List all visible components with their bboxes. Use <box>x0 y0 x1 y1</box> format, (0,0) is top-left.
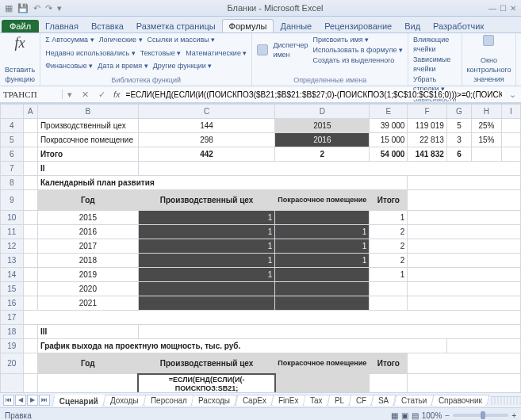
cell[interactable]: 1 <box>138 225 275 239</box>
cell[interactable]: Производственный цех <box>37 119 138 133</box>
sheet-tab[interactable]: Персонал <box>143 395 194 406</box>
col-header[interactable]: A <box>23 105 37 119</box>
watch-window-label[interactable]: Окно контрольного значения <box>467 55 511 84</box>
cell[interactable]: Календарный план развития <box>37 176 407 190</box>
tab-review[interactable]: Рецензирование <box>318 20 398 32</box>
cell[interactable]: 1 <box>138 268 275 282</box>
active-cell[interactable]: =ЕСЛИ(ЕНД(ЕСЛИ(И(-ПОИСКПОЗ:SB21; SBS21:S… <box>138 374 275 393</box>
cell[interactable]: 1 <box>275 225 370 239</box>
col-header[interactable]: I <box>501 105 520 119</box>
col-header[interactable]: F <box>408 105 446 119</box>
cell[interactable]: 2015 <box>275 119 370 133</box>
undo-icon[interactable]: ↶ <box>33 3 40 13</box>
cell[interactable]: 39 000 <box>370 119 408 133</box>
hscroll[interactable] <box>491 396 521 405</box>
tab-file[interactable]: Файл <box>2 20 39 32</box>
sheet-tab[interactable]: Сценарий <box>52 395 105 407</box>
cell[interactable]: 2021 <box>37 296 138 311</box>
tab-formulas[interactable]: Формулы <box>222 19 274 32</box>
maximize-icon[interactable]: ☐ <box>500 4 507 13</box>
cell[interactable]: 3 <box>446 133 471 147</box>
cell[interactable]: Покрасочное помещение <box>275 190 370 211</box>
col-header[interactable]: C <box>138 105 275 119</box>
enter-icon[interactable]: ✓ <box>94 90 110 100</box>
zoom-out-icon[interactable]: − <box>445 411 450 420</box>
tab-home[interactable]: Главная <box>39 20 85 32</box>
cell[interactable]: 1 <box>370 268 408 282</box>
sheet-tab[interactable]: Статьи <box>393 395 434 406</box>
cell[interactable] <box>275 282 370 296</box>
worksheet-area[interactable]: ABCDEFGHI 4Производственный цех144201539… <box>0 103 521 392</box>
row-header[interactable]: 4 <box>1 119 24 133</box>
cell[interactable]: 298 <box>138 133 275 147</box>
cell[interactable]: Год <box>37 190 138 211</box>
row-header[interactable]: 12 <box>1 239 24 254</box>
cell[interactable]: Год <box>37 353 138 374</box>
col-header[interactable]: E <box>370 105 408 119</box>
cell[interactable]: 1 <box>275 239 370 254</box>
btn-lookup[interactable]: Ссылки и массивы ▾ <box>147 35 216 44</box>
prev-sheet-icon[interactable]: ◀ <box>15 395 26 406</box>
minimize-icon[interactable]: — <box>488 4 496 13</box>
cell[interactable]: 2015 <box>37 374 138 393</box>
cell[interactable]: 0 <box>275 374 370 393</box>
sheet-tab[interactable]: SA <box>371 395 396 406</box>
tab-developer[interactable]: Разработчик <box>427 20 490 32</box>
btn-trace-dependents[interactable]: Зависимые ячейки <box>413 55 457 74</box>
cell[interactable]: График выхода на проектную мощность, тыс… <box>37 339 446 353</box>
cell[interactable] <box>138 296 275 311</box>
next-sheet-icon[interactable]: ▶ <box>27 395 38 406</box>
qat-more-icon[interactable]: ▾ <box>57 3 62 13</box>
cell[interactable] <box>275 211 370 225</box>
cell[interactable]: 141 832 <box>408 147 446 162</box>
cell[interactable]: Покрасочное помещение <box>37 133 138 147</box>
row-header[interactable]: 9 <box>1 190 24 211</box>
cancel-icon[interactable]: ✕ <box>77 90 94 100</box>
cell[interactable]: 25% <box>472 119 502 133</box>
cell[interactable]: 15% <box>472 133 502 147</box>
btn-math[interactable]: Математические ▾ <box>186 48 247 58</box>
row-header[interactable]: 16 <box>1 296 24 311</box>
cell[interactable]: 6 <box>446 147 471 162</box>
watch-window-icon[interactable] <box>483 35 494 46</box>
redo-icon[interactable]: ↷ <box>45 3 52 13</box>
row-header[interactable]: 18 <box>1 325 24 339</box>
cell[interactable]: 2015 <box>37 211 138 225</box>
row-header[interactable]: 5 <box>1 133 24 147</box>
cell[interactable] <box>370 296 408 311</box>
row-header[interactable]: 19 <box>1 339 24 353</box>
cell[interactable] <box>275 296 370 311</box>
sheet-tab[interactable]: CapEx <box>235 395 274 406</box>
cell[interactable]: 2 <box>370 254 408 268</box>
fx-icon-bar[interactable]: fx <box>110 90 124 99</box>
name-box[interactable]: ТРАНСП <box>0 90 63 99</box>
tab-page-layout[interactable]: Разметка страницы <box>130 20 222 32</box>
col-header[interactable]: B <box>37 105 138 119</box>
cell[interactable]: 2 <box>275 147 370 162</box>
cell[interactable]: Итого <box>370 190 408 211</box>
select-all[interactable] <box>1 105 24 119</box>
first-sheet-icon[interactable]: ⏮ <box>3 395 14 406</box>
zoom-level[interactable]: 100% <box>422 411 442 420</box>
tab-view[interactable]: Вид <box>398 20 427 32</box>
cell[interactable]: 1 <box>138 211 275 225</box>
cell[interactable]: 2016 <box>275 133 370 147</box>
cell[interactable]: 2017 <box>37 239 138 254</box>
btn-logical[interactable]: Логические ▾ <box>99 35 143 44</box>
cell[interactable]: 2019 <box>37 268 138 282</box>
zoom-slider[interactable] <box>453 414 508 417</box>
view-normal-icon[interactable]: ▦ <box>391 411 398 420</box>
btn-autosum[interactable]: Σ Автосумма ▾ <box>45 35 94 44</box>
save-icon[interactable]: 💾 <box>17 3 29 13</box>
cell[interactable]: 2020 <box>37 282 138 296</box>
row-header[interactable]: 14 <box>1 268 24 282</box>
tab-insert[interactable]: Вставка <box>85 20 130 32</box>
row-header[interactable]: 13 <box>1 254 24 268</box>
btn-use-in-formula[interactable]: Использовать в формуле ▾ <box>312 45 402 55</box>
cell[interactable]: II <box>37 162 138 176</box>
btn-datetime[interactable]: Дата и время ▾ <box>98 61 147 71</box>
cell[interactable]: 54 000 <box>370 147 408 162</box>
tab-data[interactable]: Данные <box>274 20 318 32</box>
col-header[interactable]: H <box>472 105 502 119</box>
view-page-icon[interactable]: ▣ <box>401 411 408 420</box>
